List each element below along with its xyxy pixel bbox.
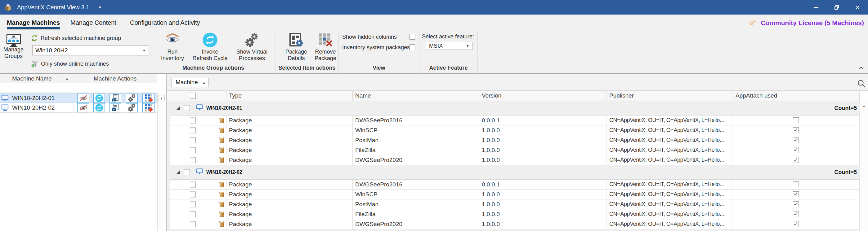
machine-list-scrollbar[interactable]: ▲ bbox=[157, 93, 165, 231]
manage-groups-icon bbox=[6, 34, 22, 46]
machine-action-processes-gears-icon[interactable] bbox=[126, 93, 138, 103]
machine-action-remove-packages-grid-icon[interactable] bbox=[143, 93, 154, 103]
row-select-checkbox[interactable] bbox=[190, 127, 196, 133]
machine-action-refresh-cycle-icon[interactable] bbox=[93, 103, 105, 112]
package-row[interactable]: Package DWGSeePro2020 1.0.0.0 CN=AppVent… bbox=[167, 219, 860, 229]
column-header-machine-actions[interactable]: Machine Actions bbox=[73, 74, 157, 83]
column-header-type[interactable]: Type bbox=[226, 91, 353, 101]
search-icon[interactable] bbox=[857, 79, 866, 88]
package-row[interactable]: Package WinSCP 1.0.0.0 CN=AppVentiX, OU=… bbox=[167, 190, 860, 199]
machine-action-refresh-cycle-icon[interactable] bbox=[93, 93, 105, 103]
package-details-button[interactable]: PackageDetails bbox=[281, 33, 312, 62]
license-label: Community License (5 Machines) bbox=[761, 19, 864, 27]
group-select-checkbox[interactable] bbox=[184, 105, 190, 111]
row-select-checkbox[interactable] bbox=[190, 117, 196, 123]
package-publisher-cell: CN=AppVentiX, OU=IT, O=AppVentiX, L=Heil… bbox=[607, 116, 733, 125]
refresh-machine-group-button[interactable]: Refresh selected machine group bbox=[31, 35, 121, 41]
package-row[interactable]: Package DWGSeePro2016 0.0.0.1 CN=AppVent… bbox=[167, 180, 860, 190]
appattach-checkbox[interactable]: ✓ bbox=[793, 157, 799, 163]
package-row[interactable]: Package DWGSeePro2020 1.0.0.0 CN=AppVent… bbox=[167, 155, 860, 165]
appattach-checkbox[interactable] bbox=[793, 117, 799, 123]
collapse-group-icon[interactable] bbox=[176, 170, 180, 174]
appattach-checkbox[interactable]: ✓ bbox=[793, 127, 799, 133]
package-group-row[interactable]: WIN10-20H2-01 Count=5 bbox=[167, 101, 860, 116]
inventory-system-packages-checkbox[interactable] bbox=[409, 44, 415, 50]
content-area: Machine Name ▲ Machine Actions WIN10-20H… bbox=[0, 74, 868, 231]
package-row[interactable]: Package FileZilla 1.0.0.0 CN=AppVentiX, … bbox=[167, 145, 860, 155]
row-select-checkbox[interactable] bbox=[190, 221, 196, 227]
title-caret-icon[interactable]: ▼ bbox=[98, 5, 102, 10]
scroll-up-icon[interactable]: ▲ bbox=[158, 95, 165, 101]
appattach-checkbox[interactable]: ✓ bbox=[793, 201, 799, 207]
machine-row[interactable]: WIN10-20H2-02 bbox=[0, 103, 157, 113]
appattach-checkbox[interactable]: ✓ bbox=[793, 137, 799, 143]
restore-button[interactable] bbox=[827, 0, 847, 14]
row-select-checkbox[interactable] bbox=[190, 147, 196, 153]
appattach-checkbox[interactable]: ✓ bbox=[793, 147, 799, 153]
column-header-appattach[interactable]: AppAttach used bbox=[733, 91, 860, 101]
machine-action-remove-packages-grid-icon[interactable] bbox=[143, 103, 154, 112]
online-filter-toggle[interactable]: Only show online machines bbox=[31, 61, 109, 68]
package-row[interactable]: Package WinSCP 1.0.0.0 CN=AppVentiX, OU=… bbox=[167, 125, 860, 135]
packages-scrollbar[interactable]: ▲ bbox=[860, 101, 868, 231]
row-select-checkbox[interactable] bbox=[190, 191, 196, 197]
tab-manage-machines[interactable]: Manage Machines bbox=[7, 14, 60, 31]
package-type-cell: Package bbox=[226, 155, 353, 165]
machine-monitor-icon bbox=[196, 104, 203, 112]
invoke-refresh-cycle-button[interactable]: InvokeRefresh Cycle bbox=[190, 33, 229, 62]
show-hidden-columns-checkbox[interactable] bbox=[409, 34, 415, 40]
row-select-checkbox[interactable] bbox=[190, 201, 196, 207]
machine-group-combobox[interactable]: Win10 20H2 ▼ bbox=[32, 45, 149, 55]
manage-groups-button[interactable]: ManageGroups bbox=[0, 34, 27, 60]
tab-configuration-activity[interactable]: Configuration and Activity bbox=[130, 14, 200, 31]
package-row[interactable]: Package DWGSeePro2016 0.0.0.1 CN=AppVent… bbox=[167, 116, 860, 125]
machine-action-inventory-report-icon[interactable] bbox=[110, 93, 121, 103]
appattach-checkbox[interactable]: ✓ bbox=[793, 211, 799, 217]
column-header-machine-name[interactable]: Machine Name ▲ bbox=[9, 74, 73, 83]
appattach-checkbox[interactable] bbox=[793, 182, 799, 187]
column-header-name[interactable]: Name bbox=[353, 91, 479, 101]
row-select-checkbox[interactable] bbox=[190, 182, 196, 187]
row-select-checkbox[interactable] bbox=[190, 211, 196, 217]
column-header-version[interactable]: Version bbox=[479, 91, 607, 101]
machine-name-cell[interactable]: WIN10-20H2-02 bbox=[9, 103, 73, 112]
select-all-checkbox[interactable] bbox=[190, 93, 196, 99]
package-row[interactable]: Package PostMan 1.0.0.0 CN=AppVentiX, OU… bbox=[167, 199, 860, 209]
remove-package-button[interactable]: RemovePackage bbox=[310, 33, 341, 62]
machine-action-hide-from-inventory-icon[interactable] bbox=[77, 93, 89, 103]
select-all-column-header[interactable] bbox=[167, 91, 217, 101]
package-name-cell: DWGSeePro2016 bbox=[353, 116, 479, 125]
active-feature-combobox[interactable]: MSIX ▼ bbox=[426, 42, 472, 50]
collapse-ribbon-button[interactable] bbox=[859, 65, 864, 71]
gears-icon bbox=[244, 33, 260, 49]
row-select-cell bbox=[167, 116, 217, 125]
appattach-checkbox[interactable]: ✓ bbox=[793, 191, 799, 197]
minimize-button[interactable] bbox=[806, 0, 827, 14]
row-select-checkbox[interactable] bbox=[190, 157, 196, 163]
machine-action-inventory-report-icon[interactable] bbox=[110, 103, 121, 112]
show-virtual-processes-button[interactable]: Show VirtualProcesses bbox=[231, 33, 272, 62]
ribbon-tabs: Manage Machines Manage Content Configura… bbox=[0, 14, 868, 31]
close-button[interactable]: × bbox=[847, 0, 868, 14]
package-row[interactable]: Package PostMan 1.0.0.0 CN=AppVentiX, OU… bbox=[167, 135, 860, 145]
machine-name-cell[interactable]: WIN10-20H2-01 bbox=[9, 93, 73, 103]
package-group-row[interactable]: WIN10-20H2-02 Count=5 bbox=[167, 165, 860, 180]
scroll-up-icon[interactable]: ▲ bbox=[861, 103, 867, 109]
row-select-checkbox[interactable] bbox=[190, 137, 196, 143]
package-row[interactable]: Package FileZilla 1.0.0.0 CN=AppVentiX, … bbox=[167, 209, 860, 219]
package-icon bbox=[217, 209, 226, 219]
collapse-group-icon[interactable] bbox=[176, 106, 180, 110]
minimize-icon bbox=[814, 7, 818, 8]
package-version-cell: 1.0.0.0 bbox=[479, 155, 607, 165]
tab-manage-content[interactable]: Manage Content bbox=[70, 14, 116, 31]
run-inventory-button[interactable]: RunInventory bbox=[154, 33, 191, 62]
column-header-publisher[interactable]: Publisher bbox=[607, 91, 733, 101]
appattach-checkbox[interactable]: ✓ bbox=[793, 221, 799, 227]
machine-action-processes-gears-icon[interactable] bbox=[126, 103, 138, 112]
group-select-checkbox[interactable] bbox=[184, 169, 190, 175]
machine-group-value: Win10 20H2 bbox=[35, 47, 68, 54]
group-by-chip-machine[interactable]: Machine ▲ bbox=[172, 78, 209, 87]
machine-row[interactable]: WIN10-20H2-01 bbox=[0, 93, 157, 103]
machine-list-filter-row[interactable] bbox=[0, 83, 157, 93]
machine-action-hide-from-inventory-icon[interactable] bbox=[77, 103, 89, 112]
